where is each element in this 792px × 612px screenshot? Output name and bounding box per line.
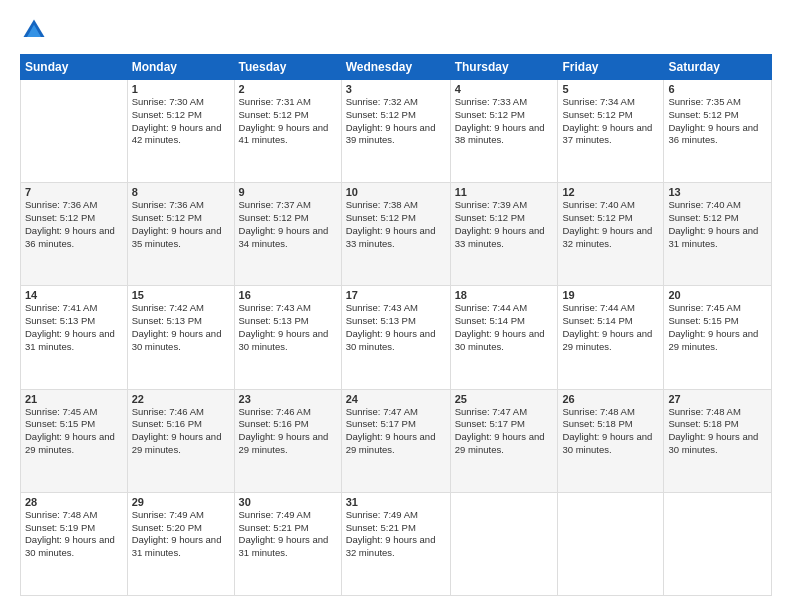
day-number: 4: [455, 83, 554, 95]
day-info: Sunrise: 7:44 AMSunset: 5:14 PMDaylight:…: [562, 302, 659, 353]
day-cell: 4Sunrise: 7:33 AMSunset: 5:12 PMDaylight…: [450, 80, 558, 183]
day-info: Sunrise: 7:42 AMSunset: 5:13 PMDaylight:…: [132, 302, 230, 353]
day-number: 7: [25, 186, 123, 198]
day-number: 31: [346, 496, 446, 508]
day-number: 20: [668, 289, 767, 301]
day-number: 15: [132, 289, 230, 301]
page-header: [20, 16, 772, 44]
day-number: 29: [132, 496, 230, 508]
day-number: 28: [25, 496, 123, 508]
weekday-header-friday: Friday: [558, 55, 664, 80]
weekday-header-wednesday: Wednesday: [341, 55, 450, 80]
day-number: 24: [346, 393, 446, 405]
weekday-header-thursday: Thursday: [450, 55, 558, 80]
day-number: 21: [25, 393, 123, 405]
week-row-0: 1Sunrise: 7:30 AMSunset: 5:12 PMDaylight…: [21, 80, 772, 183]
day-cell: 29Sunrise: 7:49 AMSunset: 5:20 PMDayligh…: [127, 492, 234, 595]
day-cell: [450, 492, 558, 595]
day-info: Sunrise: 7:38 AMSunset: 5:12 PMDaylight:…: [346, 199, 446, 250]
day-number: 22: [132, 393, 230, 405]
day-number: 6: [668, 83, 767, 95]
day-number: 26: [562, 393, 659, 405]
day-cell: 7Sunrise: 7:36 AMSunset: 5:12 PMDaylight…: [21, 183, 128, 286]
day-info: Sunrise: 7:49 AMSunset: 5:21 PMDaylight:…: [239, 509, 337, 560]
weekday-header-row: SundayMondayTuesdayWednesdayThursdayFrid…: [21, 55, 772, 80]
day-cell: 8Sunrise: 7:36 AMSunset: 5:12 PMDaylight…: [127, 183, 234, 286]
day-info: Sunrise: 7:36 AMSunset: 5:12 PMDaylight:…: [132, 199, 230, 250]
day-info: Sunrise: 7:44 AMSunset: 5:14 PMDaylight:…: [455, 302, 554, 353]
weekday-header-saturday: Saturday: [664, 55, 772, 80]
day-cell: 1Sunrise: 7:30 AMSunset: 5:12 PMDaylight…: [127, 80, 234, 183]
day-cell: 11Sunrise: 7:39 AMSunset: 5:12 PMDayligh…: [450, 183, 558, 286]
day-info: Sunrise: 7:49 AMSunset: 5:21 PMDaylight:…: [346, 509, 446, 560]
day-cell: 18Sunrise: 7:44 AMSunset: 5:14 PMDayligh…: [450, 286, 558, 389]
day-info: Sunrise: 7:37 AMSunset: 5:12 PMDaylight:…: [239, 199, 337, 250]
day-number: 16: [239, 289, 337, 301]
week-row-1: 7Sunrise: 7:36 AMSunset: 5:12 PMDaylight…: [21, 183, 772, 286]
day-info: Sunrise: 7:30 AMSunset: 5:12 PMDaylight:…: [132, 96, 230, 147]
logo-icon: [20, 16, 48, 44]
day-info: Sunrise: 7:35 AMSunset: 5:12 PMDaylight:…: [668, 96, 767, 147]
day-info: Sunrise: 7:40 AMSunset: 5:12 PMDaylight:…: [562, 199, 659, 250]
calendar-page: SundayMondayTuesdayWednesdayThursdayFrid…: [0, 0, 792, 612]
day-info: Sunrise: 7:47 AMSunset: 5:17 PMDaylight:…: [455, 406, 554, 457]
day-cell: 26Sunrise: 7:48 AMSunset: 5:18 PMDayligh…: [558, 389, 664, 492]
day-cell: 17Sunrise: 7:43 AMSunset: 5:13 PMDayligh…: [341, 286, 450, 389]
day-cell: 31Sunrise: 7:49 AMSunset: 5:21 PMDayligh…: [341, 492, 450, 595]
day-cell: 2Sunrise: 7:31 AMSunset: 5:12 PMDaylight…: [234, 80, 341, 183]
day-number: 8: [132, 186, 230, 198]
day-cell: 13Sunrise: 7:40 AMSunset: 5:12 PMDayligh…: [664, 183, 772, 286]
day-cell: 28Sunrise: 7:48 AMSunset: 5:19 PMDayligh…: [21, 492, 128, 595]
day-number: 17: [346, 289, 446, 301]
day-cell: 21Sunrise: 7:45 AMSunset: 5:15 PMDayligh…: [21, 389, 128, 492]
day-number: 5: [562, 83, 659, 95]
day-cell: 25Sunrise: 7:47 AMSunset: 5:17 PMDayligh…: [450, 389, 558, 492]
day-number: 9: [239, 186, 337, 198]
day-info: Sunrise: 7:48 AMSunset: 5:19 PMDaylight:…: [25, 509, 123, 560]
day-cell: 27Sunrise: 7:48 AMSunset: 5:18 PMDayligh…: [664, 389, 772, 492]
day-info: Sunrise: 7:40 AMSunset: 5:12 PMDaylight:…: [668, 199, 767, 250]
day-cell: 3Sunrise: 7:32 AMSunset: 5:12 PMDaylight…: [341, 80, 450, 183]
day-info: Sunrise: 7:31 AMSunset: 5:12 PMDaylight:…: [239, 96, 337, 147]
day-cell: 30Sunrise: 7:49 AMSunset: 5:21 PMDayligh…: [234, 492, 341, 595]
week-row-2: 14Sunrise: 7:41 AMSunset: 5:13 PMDayligh…: [21, 286, 772, 389]
day-cell: 12Sunrise: 7:40 AMSunset: 5:12 PMDayligh…: [558, 183, 664, 286]
day-cell: [21, 80, 128, 183]
day-number: 19: [562, 289, 659, 301]
day-cell: 14Sunrise: 7:41 AMSunset: 5:13 PMDayligh…: [21, 286, 128, 389]
day-info: Sunrise: 7:36 AMSunset: 5:12 PMDaylight:…: [25, 199, 123, 250]
day-info: Sunrise: 7:32 AMSunset: 5:12 PMDaylight:…: [346, 96, 446, 147]
day-number: 11: [455, 186, 554, 198]
day-info: Sunrise: 7:43 AMSunset: 5:13 PMDaylight:…: [239, 302, 337, 353]
day-info: Sunrise: 7:48 AMSunset: 5:18 PMDaylight:…: [668, 406, 767, 457]
day-number: 2: [239, 83, 337, 95]
week-row-4: 28Sunrise: 7:48 AMSunset: 5:19 PMDayligh…: [21, 492, 772, 595]
day-number: 3: [346, 83, 446, 95]
day-info: Sunrise: 7:48 AMSunset: 5:18 PMDaylight:…: [562, 406, 659, 457]
day-cell: 16Sunrise: 7:43 AMSunset: 5:13 PMDayligh…: [234, 286, 341, 389]
day-number: 10: [346, 186, 446, 198]
day-cell: 22Sunrise: 7:46 AMSunset: 5:16 PMDayligh…: [127, 389, 234, 492]
weekday-header-sunday: Sunday: [21, 55, 128, 80]
day-number: 23: [239, 393, 337, 405]
day-info: Sunrise: 7:41 AMSunset: 5:13 PMDaylight:…: [25, 302, 123, 353]
day-cell: 15Sunrise: 7:42 AMSunset: 5:13 PMDayligh…: [127, 286, 234, 389]
day-number: 25: [455, 393, 554, 405]
day-info: Sunrise: 7:33 AMSunset: 5:12 PMDaylight:…: [455, 96, 554, 147]
day-cell: [664, 492, 772, 595]
day-info: Sunrise: 7:43 AMSunset: 5:13 PMDaylight:…: [346, 302, 446, 353]
day-number: 18: [455, 289, 554, 301]
logo: [20, 16, 54, 44]
day-cell: 10Sunrise: 7:38 AMSunset: 5:12 PMDayligh…: [341, 183, 450, 286]
calendar-table: SundayMondayTuesdayWednesdayThursdayFrid…: [20, 54, 772, 596]
day-cell: 24Sunrise: 7:47 AMSunset: 5:17 PMDayligh…: [341, 389, 450, 492]
day-info: Sunrise: 7:46 AMSunset: 5:16 PMDaylight:…: [239, 406, 337, 457]
day-cell: 9Sunrise: 7:37 AMSunset: 5:12 PMDaylight…: [234, 183, 341, 286]
day-number: 14: [25, 289, 123, 301]
day-info: Sunrise: 7:39 AMSunset: 5:12 PMDaylight:…: [455, 199, 554, 250]
day-info: Sunrise: 7:45 AMSunset: 5:15 PMDaylight:…: [25, 406, 123, 457]
day-number: 1: [132, 83, 230, 95]
weekday-header-tuesday: Tuesday: [234, 55, 341, 80]
day-cell: 5Sunrise: 7:34 AMSunset: 5:12 PMDaylight…: [558, 80, 664, 183]
week-row-3: 21Sunrise: 7:45 AMSunset: 5:15 PMDayligh…: [21, 389, 772, 492]
